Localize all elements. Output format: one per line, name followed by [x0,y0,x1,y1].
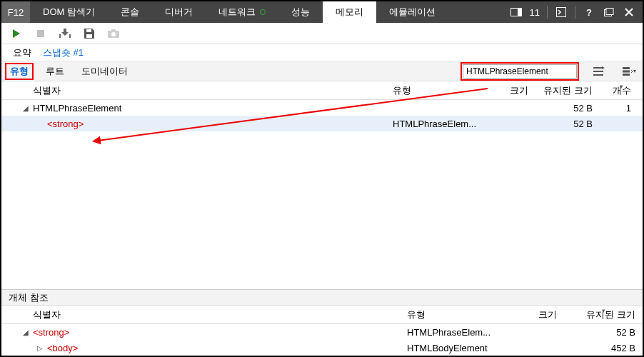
snapshot-header: 요약 스냅숏 #1 [1,44,643,61]
col-size[interactable]: 크기 [507,308,564,321]
scope-button[interactable] [591,64,607,79]
expand-toggle[interactable]: ◢ [21,104,30,112]
svg-rect-7 [86,34,92,38]
devtools-tabs: DOM 탐색기 콘솔 디버거 네트워크 성능 메모리 에뮬레이션 [30,1,503,23]
summary-tab[interactable]: 요약 [13,46,31,59]
svg-rect-14 [623,67,630,69]
devtools-tabbar: F12 DOM 탐색기 콘솔 디버거 네트워크 성능 메모리 에뮬레이션 11 … [1,1,643,23]
view-dominator[interactable]: 도미네이터 [79,65,131,78]
table-row[interactable]: ◢ HTMLPhraseElement 52 B 1 [1,100,643,116]
grid-options-button[interactable]: ▾ [621,64,637,79]
table-row[interactable]: ▷ <body> HTMLBodyElement 452 B [1,340,643,356]
tab-performance[interactable]: 성능 [278,1,323,23]
tab-dom-explorer[interactable]: DOM 탐색기 [30,1,108,23]
row-retained: 52 B [564,327,643,338]
row-retained: 52 B [535,119,600,129]
col-id[interactable]: 식별자 [1,308,407,321]
svg-rect-12 [593,71,603,72]
row-id: HTMLPhraseElement [33,103,121,114]
svg-rect-6 [86,29,91,32]
tab-label: 성능 [291,6,310,19]
row-id: <body> [47,343,78,353]
stop-button[interactable] [34,27,47,40]
filter-input[interactable] [463,64,577,79]
tab-debugger[interactable]: 디버거 [152,1,206,23]
col-size[interactable]: 크기 [478,84,535,97]
filter-input-wrap [463,64,577,79]
row-retained: 52 B [535,103,600,114]
tab-label: 에뮬레이션 [389,6,436,19]
unpin-icon[interactable] [603,6,615,19]
col-type[interactable]: 유형 [393,84,478,97]
save-button[interactable] [83,27,96,40]
view-switch-row: 유형 루트 도미네이터 ▾ [1,61,643,81]
expand-toggle[interactable]: ◢ [21,328,30,336]
heap-main-panel: 식별자 유형 크기 유지된 크기 개수 ◢ HTMLPhraseElement … [1,81,643,356]
import-button[interactable] [59,27,71,40]
svg-rect-5 [37,30,44,37]
tab-network[interactable]: 네트워크 [206,1,278,23]
tab-label: 콘솔 [121,6,139,19]
svg-rect-4 [606,9,613,15]
svg-rect-11 [593,67,603,69]
snapshot-tab[interactable]: 스냅숏 #1 [43,46,84,59]
row-type: HTMLPhraseElem... [393,119,478,129]
col-count[interactable]: 개수 [600,84,643,97]
panel-title: 개체 참조 [1,290,643,306]
row-id: <strong> [33,327,69,338]
tab-memory[interactable]: 메모리 [323,1,376,23]
svg-rect-13 [593,74,603,76]
record-indicator-icon [260,9,266,15]
svg-rect-15 [623,70,630,72]
close-icon[interactable] [623,6,635,19]
svg-point-10 [111,32,116,36]
svg-rect-1 [518,9,521,16]
main-table-body: ◢ HTMLPhraseElement 52 B 1 ▸ <strong> HT… [1,100,643,289]
row-retained: 452 B [564,343,643,353]
col-type[interactable]: 유형 [407,308,507,321]
error-count[interactable]: 11 [530,7,540,18]
view-root[interactable]: 루트 [43,65,67,78]
tab-label: 메모리 [336,6,363,19]
tab-label: 디버거 [165,6,193,19]
col-retained[interactable]: 유지된 크기 [535,84,600,97]
row-id: <strong> [47,119,84,129]
main-table-header: 식별자 유형 크기 유지된 크기 개수 [1,81,643,100]
separator [575,6,575,19]
expand-toggle[interactable]: ▷ [36,344,44,352]
col-id[interactable]: 식별자 [1,84,393,97]
svg-rect-9 [111,29,116,31]
col-retained[interactable]: 유지된 크기 [564,308,643,321]
tab-emulation[interactable]: 에뮬레이션 [376,1,448,23]
table-row[interactable]: ◢ <strong> HTMLPhraseElem... 52 B [1,324,643,340]
table-row[interactable]: ▸ <strong> HTMLPhraseElem... 52 B [1,116,643,131]
dock-icon[interactable] [510,6,523,19]
separator [547,6,548,19]
tab-label: DOM 탐색기 [43,6,95,19]
view-type[interactable]: 유형 [7,65,31,78]
console-toggle-icon[interactable] [555,6,568,19]
row-count: 1 [600,103,643,114]
play-button[interactable] [10,27,23,40]
svg-rect-16 [623,74,630,76]
f12-label: F12 [1,1,30,23]
screenshot-button[interactable] [107,27,120,40]
memory-toolbar [1,23,643,44]
tab-console[interactable]: 콘솔 [108,1,152,23]
row-type: HTMLPhraseElem... [407,327,507,338]
tab-label: 네트워크 [218,6,256,19]
ref-table-header: 식별자 유형 크기 유지된 크기 [1,306,643,324]
help-icon[interactable]: ? [583,6,595,19]
titlebar-right: 11 ? [503,1,643,23]
object-references-panel: 개체 참조 식별자 유형 크기 유지된 크기 ◢ <strong> HTMLPh… [1,289,643,356]
row-type: HTMLBodyElement [407,343,507,353]
